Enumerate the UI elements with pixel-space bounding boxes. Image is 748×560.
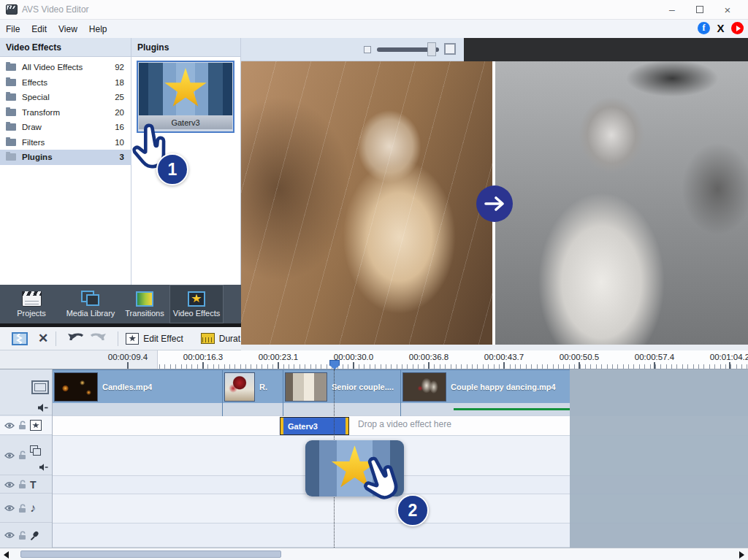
preview-pane: [241, 61, 748, 345]
video-clips-strip: Candles.mp4 R. Senior couple.... Couple …: [53, 369, 570, 403]
preview-top-bar: [464, 38, 748, 61]
tab-video-effects[interactable]: Video Effects: [169, 285, 224, 323]
category-count: 16: [115, 123, 124, 131]
effect-track-header[interactable]: [0, 416, 52, 435]
transition-arrow-icon: [476, 185, 513, 222]
clip-thumbnail: [402, 372, 446, 402]
category-count: 92: [115, 63, 124, 72]
ruler-tick: [579, 362, 580, 369]
ruler-label: 00:00:16.3: [172, 353, 234, 361]
duration-button[interactable]: Durat: [201, 333, 240, 344]
thumb-size-slider-handle[interactable]: [427, 42, 436, 56]
folder-icon: [6, 139, 16, 146]
ruler-tick: [353, 362, 354, 369]
star-icon: [32, 422, 39, 429]
audio-clip-segment: [53, 403, 223, 416]
text-track-header[interactable]: T: [0, 476, 52, 494]
edit-effect-button[interactable]: Edit Effect: [126, 333, 183, 345]
voice-track-header[interactable]: [0, 523, 52, 547]
clip-thumbnail: [54, 372, 98, 402]
menu-view[interactable]: View: [53, 24, 83, 34]
category-special[interactable]: Special25: [0, 90, 131, 105]
ruler-label: 00:00:43.7: [473, 353, 535, 361]
close-button[interactable]: ×: [715, 0, 740, 19]
category-all-video-effects[interactable]: All Video Effects92: [0, 60, 131, 75]
redo-button[interactable]: [90, 331, 107, 346]
maximize-button[interactable]: [687, 0, 712, 19]
text-track-icon: T: [30, 479, 37, 491]
window-title: AVS Video Editor: [22, 4, 89, 15]
menu-help[interactable]: Help: [83, 24, 113, 34]
scrollbar-thumb[interactable]: [20, 551, 281, 558]
horizontal-scrollbar[interactable]: [0, 548, 748, 560]
preview-before-image: [241, 61, 492, 345]
ruler-tick: [127, 362, 129, 369]
category-label: Plugins: [22, 153, 53, 161]
category-label: Effects: [22, 78, 47, 87]
eye-icon: [4, 452, 15, 459]
thumb-size-small-icon: [364, 46, 371, 53]
effect-track-icon: [30, 420, 42, 431]
clip-senior-couple[interactable]: Senior couple....: [283, 370, 401, 404]
tab-projects[interactable]: Projects: [6, 285, 57, 323]
audio-speaker-icon: [38, 404, 48, 412]
star-icon: [129, 335, 136, 342]
clip-name: R.: [259, 383, 267, 391]
category-label: Special: [22, 93, 50, 101]
split-clip-button[interactable]: [12, 332, 28, 345]
edit-effect-icon: [126, 333, 139, 345]
eye-icon: [4, 505, 15, 512]
video-track-header[interactable]: [0, 369, 52, 415]
clip-roses[interactable]: R.: [223, 370, 283, 404]
timeline-empty-area: [570, 369, 748, 548]
ruler-top-strip: [241, 345, 748, 350]
menu-edit[interactable]: Edit: [26, 24, 53, 34]
clip-couple-dancing[interactable]: Couple happy dancing.mp4: [401, 370, 570, 404]
facebook-icon[interactable]: f: [698, 22, 710, 34]
bottom-tabs-bar: Projects Media Library Transitions Video…: [0, 285, 241, 323]
youtube-play-icon: [736, 26, 741, 31]
tab-transitions[interactable]: Transitions: [121, 285, 168, 323]
category-count: 20: [115, 108, 124, 117]
menu-file[interactable]: File: [0, 24, 26, 34]
ruler-tick: [503, 362, 505, 369]
minimize-button[interactable]: –: [660, 0, 684, 19]
effect-clip-gaterv3[interactable]: Gaterv3: [280, 417, 349, 435]
eye-icon: [4, 481, 15, 488]
step-number: 2: [408, 501, 418, 521]
ruler-tick: [278, 362, 279, 369]
scroll-right-arrow[interactable]: [739, 551, 744, 559]
category-draw[interactable]: Draw16: [0, 120, 131, 135]
folder-icon: [6, 123, 16, 131]
eye-icon: [4, 532, 15, 539]
video-track-icon: [31, 380, 49, 394]
category-transform[interactable]: Transform20: [0, 105, 131, 120]
category-filters[interactable]: Filters10: [0, 135, 131, 150]
x-logo: X: [717, 22, 724, 34]
youtube-icon[interactable]: [731, 22, 744, 34]
category-effects[interactable]: Effects18: [0, 75, 131, 91]
unlock-icon: [18, 504, 26, 513]
star-icon: [164, 68, 207, 110]
close-icon: ×: [725, 4, 731, 16]
tab-label: Transitions: [125, 309, 164, 318]
music-track-header[interactable]: ♪: [0, 494, 52, 523]
tab-media-library[interactable]: Media Library: [60, 285, 121, 323]
timeline-ruler[interactable]: 00:00:09.4 00:00:16.3 00:00:23.1 00:00:3…: [0, 350, 748, 369]
overlay-track-header[interactable]: [0, 436, 52, 475]
category-label: Filters: [22, 138, 45, 147]
clapperboard-icon: [22, 291, 42, 307]
thumb-size-large-icon: [444, 43, 456, 55]
ruler-label: 00:00:36.8: [398, 353, 459, 361]
category-plugins[interactable]: Plugins3: [0, 150, 131, 165]
ruler-tick: [202, 362, 204, 369]
delete-button[interactable]: ✕: [38, 331, 48, 346]
tab-label: Media Library: [66, 309, 115, 318]
ruler-tick: [729, 362, 730, 369]
unlock-icon: [18, 531, 26, 540]
undo-button[interactable]: [66, 331, 84, 346]
x-icon[interactable]: X: [714, 22, 727, 34]
video-effects-panel-title: Video Effects: [0, 38, 131, 57]
scroll-left-arrow[interactable]: [4, 551, 9, 559]
clip-candles[interactable]: Candles.mp4: [53, 370, 223, 404]
